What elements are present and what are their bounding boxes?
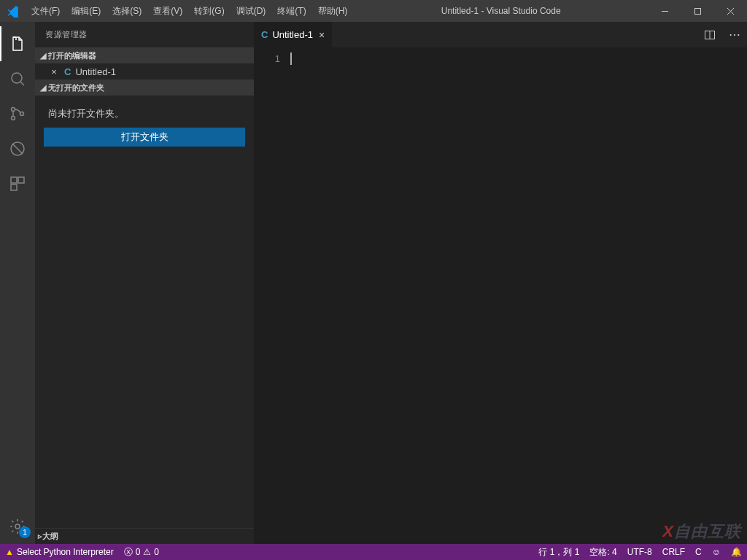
no-folder-label: 无打开的文件夹 [48,82,104,93]
svg-point-7 [12,117,15,120]
section-open-editors[interactable]: ◢ 打开的编辑器 [35,47,254,63]
status-encoding[interactable]: UTF-8 [622,544,657,560]
c-file-icon: C [261,29,268,40]
outline-label: 大纲 [42,531,58,542]
status-eol[interactable]: CRLF [657,544,690,560]
menu-edit[interactable]: 编辑(E) [66,0,107,22]
open-editor-filename: Untitled-1 [75,66,116,77]
titlebar: 文件(F) 编辑(E) 选择(S) 查看(V) 转到(G) 调试(D) 终端(T… [0,0,747,22]
svg-line-5 [20,82,24,85]
activity-scm[interactable] [0,96,35,131]
warning-icon: ▲ [5,547,14,557]
line-gutter: 1 [254,47,290,544]
c-file-icon: C [64,66,71,77]
error-icon: ⓧ [124,546,133,559]
menu-debug[interactable]: 调试(D) [231,0,272,22]
status-problems[interactable]: ⓧ0 ⚠0 [119,544,164,560]
activity-bar: 1 [0,22,35,544]
split-editor-icon[interactable] [697,22,722,47]
activity-settings[interactable]: 1 [0,509,35,544]
close-editor-icon[interactable]: × [48,66,60,77]
open-editor-item[interactable]: × C Untitled-1 [35,63,254,79]
code-content[interactable] [290,47,747,544]
section-no-folder[interactable]: ◢ 无打开的文件夹 [35,79,254,96]
status-language[interactable]: C [690,544,707,560]
menu-select[interactable]: 选择(S) [107,0,147,22]
error-count: 0 [136,547,141,557]
status-bell-icon[interactable]: 🔔 [726,544,747,560]
sidebar-explorer: 资源管理器 ◢ 打开的编辑器 × C Untitled-1 ◢ 无打开的文件夹 … [35,22,254,544]
svg-rect-11 [11,177,17,183]
svg-rect-1 [695,8,701,14]
editor-code[interactable]: 1 [254,47,747,544]
open-editors-label: 打开的编辑器 [48,50,96,61]
status-feedback-icon[interactable]: ☺ [707,544,726,560]
status-ln-col[interactable]: 行 1，列 1 [533,544,584,560]
svg-point-14 [15,524,20,529]
section-outline[interactable]: ▹ 大纲 [35,528,254,544]
menu-file[interactable]: 文件(F) [26,0,66,22]
svg-line-10 [12,144,23,154]
chevron-down-icon: ◢ [38,83,48,93]
close-button[interactable] [714,0,747,22]
editor-area: C Untitled-1 × ⋯ 1 [254,22,747,544]
warning-count-icon: ⚠ [143,547,151,557]
maximize-button[interactable] [681,0,714,22]
window-controls [649,0,747,22]
window-title: Untitled-1 - Visual Studio Code [353,6,649,16]
line-number-1: 1 [254,52,280,66]
activity-debug[interactable] [0,131,35,166]
menubar: 文件(F) 编辑(E) 选择(S) 查看(V) 转到(G) 调试(D) 终端(T… [26,0,353,22]
chevron-down-icon: ◢ [38,51,48,61]
more-actions-icon[interactable]: ⋯ [722,22,747,47]
menu-help[interactable]: 帮助(H) [312,0,354,22]
svg-rect-13 [11,184,17,190]
activity-search[interactable] [0,61,35,96]
menu-view[interactable]: 查看(V) [147,0,188,22]
tab-close-icon[interactable]: × [319,29,325,41]
warning-count: 0 [154,547,159,557]
menu-goto[interactable]: 转到(G) [188,0,230,22]
menu-terminal[interactable]: 终端(T) [271,0,311,22]
svg-rect-12 [18,177,24,183]
text-cursor [290,52,292,65]
svg-point-4 [12,73,22,83]
settings-badge: 1 [19,526,31,538]
tab-label: Untitled-1 [272,29,313,40]
editor-tabs: C Untitled-1 × ⋯ [254,22,747,47]
minimize-button[interactable] [649,0,681,22]
activity-extensions[interactable] [0,166,35,201]
sidebar-title: 资源管理器 [35,22,254,47]
status-spaces[interactable]: 空格: 4 [584,544,622,560]
status-python-interpreter[interactable]: ▲ Select Python Interpreter [0,544,119,560]
svg-point-6 [12,108,15,112]
status-bar: ▲ Select Python Interpreter ⓧ0 ⚠0 行 1，列 … [0,544,747,560]
interpreter-label: Select Python Interpreter [17,547,114,557]
tab-untitled-1[interactable]: C Untitled-1 × [254,22,333,47]
no-folder-message: 尚未打开文件夹。 [35,96,254,128]
activity-explorer[interactable] [0,26,35,61]
open-folder-button[interactable]: 打开文件夹 [44,128,245,147]
vscode-logo-icon [0,4,26,18]
